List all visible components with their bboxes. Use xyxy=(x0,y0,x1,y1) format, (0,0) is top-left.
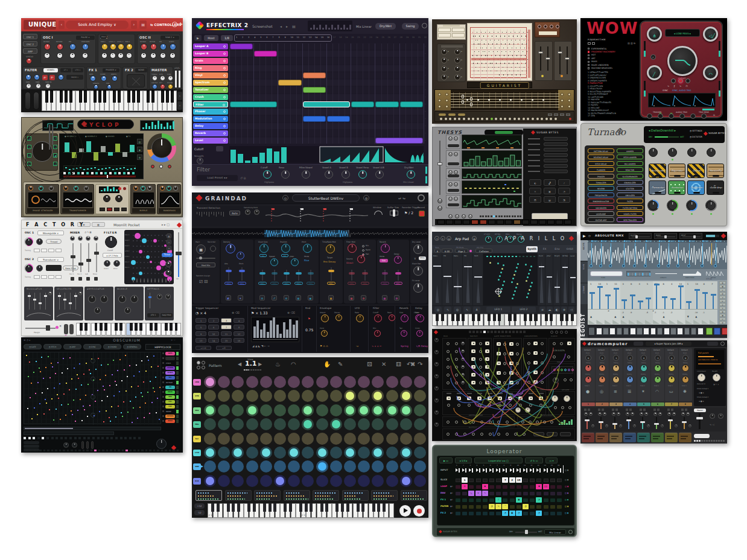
step-square[interactable] xyxy=(123,172,126,174)
grid-dot[interactable] xyxy=(288,376,300,388)
grid-block[interactable] xyxy=(303,72,326,78)
bottom-strip-square[interactable] xyxy=(118,450,120,451)
grid-block[interactable] xyxy=(230,43,253,49)
unique-knob[interactable] xyxy=(101,75,107,81)
grid-dot[interactable] xyxy=(232,433,244,445)
dc-preset-pill[interactable]: ◂ Super Spara Jam AM ▸ xyxy=(646,342,691,346)
grid-dot[interactable] xyxy=(372,404,384,416)
lfo2-button[interactable]: LFO 2 xyxy=(512,307,536,313)
grid-dot[interactable] xyxy=(218,460,230,472)
trig-step-2[interactable]: 2 xyxy=(208,318,219,323)
grid-dot[interactable] xyxy=(302,433,314,445)
row-toggle[interactable] xyxy=(162,396,164,398)
speed-knob[interactable] xyxy=(270,258,278,266)
side-button[interactable]: ▾ xyxy=(719,307,726,310)
sequence-dot[interactable] xyxy=(145,402,146,404)
end-pill[interactable]: END ▸ xyxy=(361,282,369,285)
wow-folder-checkbox[interactable] xyxy=(588,57,590,59)
mixer-knob[interactable] xyxy=(86,236,91,241)
sequence-dot[interactable] xyxy=(35,393,36,394)
fx-cell[interactable] xyxy=(517,505,521,509)
pitch-bar-stem[interactable] xyxy=(599,287,600,309)
modify-knob[interactable] xyxy=(654,376,661,383)
mix-linear-pill[interactable]: Mix Linear xyxy=(544,529,566,535)
icon-button[interactable]: ◩ xyxy=(226,295,231,301)
egoist-step-button-12[interactable] xyxy=(670,328,676,335)
fx-button-PITCH LOOPER[interactable]: PITCH LOOPER xyxy=(617,154,643,159)
fx-cell[interactable] xyxy=(469,498,474,502)
modify-knob[interactable] xyxy=(668,376,675,383)
row-toggle[interactable] xyxy=(162,415,164,417)
fx-knob[interactable] xyxy=(688,424,691,427)
obscurium-bar2[interactable] xyxy=(24,431,114,435)
module-knob[interactable] xyxy=(28,186,33,191)
grid-dot[interactable] xyxy=(414,418,426,430)
param-chip-WAVE[interactable]: WAVE xyxy=(165,390,175,394)
step-square[interactable] xyxy=(28,437,31,439)
play-button[interactable] xyxy=(399,505,411,517)
sequence-dot[interactable] xyxy=(127,376,128,377)
pitch-bar-cap[interactable] xyxy=(597,286,603,288)
unique-knob[interactable] xyxy=(170,43,176,50)
led-dot[interactable] xyxy=(463,118,465,120)
bottom-strip-square[interactable] xyxy=(173,450,175,451)
aparillo-black-key[interactable] xyxy=(493,314,496,321)
bottom-strip-square[interactable] xyxy=(83,450,85,451)
unique-knob[interactable] xyxy=(126,43,133,50)
sequence-dot[interactable] xyxy=(141,360,142,361)
step-square[interactable] xyxy=(91,172,94,174)
tile-pill[interactable] xyxy=(655,192,661,194)
side-button[interactable]: ⧉ xyxy=(719,281,726,284)
sequence-dot[interactable] xyxy=(153,355,154,357)
fader-handle[interactable] xyxy=(538,51,543,54)
led-dot[interactable] xyxy=(468,118,470,120)
param-chip-ENV[interactable]: ENV xyxy=(165,395,175,399)
sequence-dot[interactable] xyxy=(151,402,153,403)
filter-knob-Dry/Wet[interactable] xyxy=(407,170,415,179)
step-square[interactable] xyxy=(132,172,135,174)
led-dot[interactable] xyxy=(518,118,520,120)
unique-knob[interactable] xyxy=(141,52,147,59)
slice-cell[interactable] xyxy=(536,479,541,482)
fx-cell-active[interactable]: ❙❙ xyxy=(543,484,549,489)
module-knob[interactable] xyxy=(84,186,89,191)
sequence-dot[interactable] xyxy=(53,419,54,421)
unique-knob[interactable] xyxy=(94,84,98,89)
mixer-toggle[interactable] xyxy=(94,277,98,281)
mod-bar[interactable] xyxy=(283,322,285,338)
fx-cell[interactable] xyxy=(496,512,501,515)
wood-knob[interactable] xyxy=(550,25,553,28)
obscurium-tab-PITCH[interactable]: ◔ PITCH xyxy=(43,344,62,349)
effectrix-track-Phaser[interactable]: Phaser xyxy=(193,109,228,115)
pg-black-key[interactable] xyxy=(299,503,302,512)
sequence-dot[interactable] xyxy=(26,355,27,356)
module-knob[interactable] xyxy=(167,186,171,191)
factory-black-key[interactable] xyxy=(104,323,107,331)
grid-dot[interactable] xyxy=(358,460,370,472)
aparillo-black-key[interactable] xyxy=(498,314,501,321)
lcd-bar[interactable] xyxy=(94,152,98,161)
lane-pill-button[interactable] xyxy=(448,162,459,165)
factory-black-key[interactable] xyxy=(95,323,98,331)
param-chip-FX1[interactable]: FX1 xyxy=(165,400,175,404)
fx-button-REVERSE DELAY[interactable]: REVERSE DELAY xyxy=(588,154,614,159)
slice-cell[interactable] xyxy=(544,479,548,482)
sequence-dot[interactable] xyxy=(61,404,62,406)
grid-dot[interactable] xyxy=(204,404,216,416)
peg-dot[interactable] xyxy=(561,93,564,96)
lcd-side-button[interactable]: ▤ xyxy=(137,139,142,144)
mute-button[interactable] xyxy=(640,409,642,411)
grid-dot[interactable] xyxy=(316,433,328,445)
unique-knob[interactable] xyxy=(69,43,76,50)
mod-bar[interactable] xyxy=(296,320,298,338)
unique-black-key[interactable] xyxy=(118,91,121,103)
dc-led[interactable] xyxy=(720,440,722,442)
wow-folder-checkbox[interactable] xyxy=(588,54,590,56)
grid-dot[interactable] xyxy=(400,433,412,445)
sequence-dot[interactable] xyxy=(39,368,40,369)
filter-knob-Vowel A[interactable] xyxy=(325,170,333,179)
led-dot[interactable] xyxy=(495,118,497,120)
turnado-fx-tile-Edgemaker[interactable]: ‹Edgemaker› xyxy=(668,164,685,178)
perf-button[interactable]: ♪ xyxy=(558,179,570,186)
sequence-dot[interactable] xyxy=(75,389,77,390)
